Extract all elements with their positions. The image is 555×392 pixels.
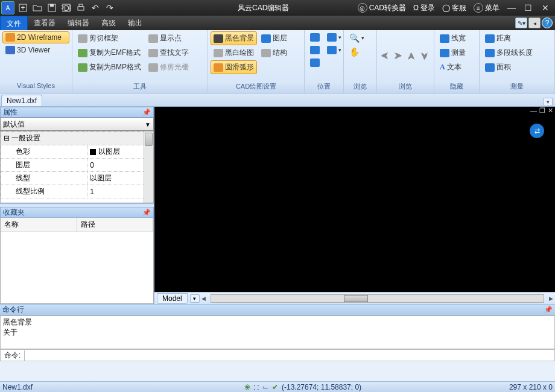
pin-icon[interactable]: 📌 — [142, 109, 151, 116]
new-icon[interactable]: + — [16, 1, 30, 14]
menu-file[interactable]: 文件 — [0, 16, 28, 30]
status-dims: 297 x 210 x 0 — [509, 383, 553, 391]
hscrollbar[interactable] — [211, 294, 544, 303]
vp-restore-icon[interactable]: ❐ — [539, 107, 546, 115]
titlebar-cad-converter[interactable]: ◎CAD转换器 — [355, 3, 408, 13]
status-icon-ortho[interactable]: ⌙ — [262, 383, 268, 391]
props-row[interactable]: 色彩 以图层 — [1, 145, 153, 159]
fav-col-name[interactable]: 名称 — [1, 218, 77, 232]
close-button[interactable]: ✕ — [539, 1, 552, 14]
file-tab[interactable]: New1.dxf — [1, 95, 42, 106]
ribbon-smooth-arc[interactable]: 圆滑弧形 — [211, 60, 257, 74]
menu-output[interactable]: 输出 — [122, 16, 148, 30]
ribbon-text[interactable]: A文本 — [437, 60, 469, 74]
props-selector[interactable]: 默认值▼ — [0, 118, 154, 131]
ribbon-pos-4[interactable]: ▾ — [324, 31, 344, 43]
status-file: New1.dxf — [2, 383, 33, 391]
pin-icon[interactable]: 📌 — [544, 306, 553, 314]
nav-right[interactable]: ⮞ — [393, 49, 404, 63]
vp-min-icon[interactable]: — — [530, 107, 538, 115]
cmd-input[interactable] — [25, 350, 554, 360]
hscroll-left[interactable]: ◀ — [200, 294, 208, 303]
open-icon[interactable] — [31, 1, 44, 14]
ribbon-3d-viewer[interactable]: 3D Viewer — [2, 44, 69, 56]
ribbon-show-points[interactable]: 显示点 — [145, 31, 192, 45]
print-icon[interactable] — [74, 1, 87, 14]
titlebar-menu[interactable]: ≡菜单 — [471, 3, 502, 13]
model-tab-dropdown[interactable]: ▾ — [190, 294, 200, 303]
props-grid: ⊟ 一般设置 色彩 以图层 图层0 线型以图层 线型比例1 — [0, 131, 154, 203]
ribbon-pos-2[interactable] — [307, 44, 323, 56]
ribbon-copy-bmp[interactable]: 复制为BMP格式 — [75, 60, 144, 74]
ribbon-measure2[interactable]: 测量 — [437, 46, 469, 60]
minimize-button[interactable]: — — [505, 1, 518, 14]
titlebar-login[interactable]: Ω登录 — [411, 3, 437, 13]
scrollbar[interactable] — [144, 131, 153, 203]
props-group-row[interactable]: ⊟ 一般设置 — [1, 132, 153, 145]
ribbon-group-cad-settings: CAD绘图设置 — [208, 82, 304, 93]
ribbon-distance[interactable]: 距离 — [482, 31, 536, 45]
hscroll-right[interactable]: ▶ — [547, 294, 555, 303]
save-icon[interactable] — [45, 1, 59, 14]
fav-panel-title: 收藏夹📌 — [0, 207, 154, 218]
hscroll-thumb[interactable] — [344, 295, 368, 302]
menu-advanced[interactable]: 高级 — [95, 16, 122, 30]
ribbon-area[interactable]: 面积 — [482, 60, 536, 74]
ribbon-2d-wireframe[interactable]: 2D Wireframe — [2, 31, 69, 43]
ribbon-group-browse: 浏览 — [344, 82, 376, 93]
toolbar-custom-button[interactable]: ✎▾ — [515, 17, 527, 28]
vp-close-icon[interactable]: ✕ — [547, 107, 554, 115]
status-icon-grid[interactable]: ⸬ — [254, 383, 259, 391]
ribbon-linewidth[interactable]: 线宽 — [437, 31, 469, 45]
ribbon-black-bg[interactable]: 黑色背景 — [211, 31, 257, 45]
ribbon-copy-emf[interactable]: 复制为EMF格式 — [75, 46, 144, 60]
ribbon-pan[interactable]: ✋ — [346, 45, 367, 58]
status-icon-snap[interactable]: ✔ — [272, 383, 278, 391]
ribbon-polyline-length[interactable]: 多段线长度 — [482, 46, 536, 60]
status-icon-bug[interactable]: ❀ — [244, 383, 250, 391]
maximize-button[interactable]: ☐ — [522, 1, 535, 14]
scrollbar-thumb[interactable] — [145, 133, 153, 146]
ribbon-pos-3[interactable] — [307, 57, 323, 69]
menu-viewer[interactable]: 查看器 — [28, 16, 62, 30]
ribbon-clip-frame[interactable]: 剪切框架 — [75, 31, 144, 45]
layers-icon — [261, 34, 271, 43]
cmd-history-line: 关于 — [3, 327, 552, 338]
redo-icon[interactable]: ↷ — [103, 1, 116, 14]
ribbon-group-position: 位置 — [305, 82, 343, 93]
nav-left[interactable]: ⮜ — [379, 49, 390, 63]
model-tab[interactable]: Model — [157, 293, 188, 304]
ribbon-pos-5[interactable]: ▾ — [324, 44, 344, 56]
wireframe-icon — [5, 33, 15, 42]
props-row[interactable]: 图层0 — [1, 159, 153, 172]
color-swatch — [90, 149, 96, 155]
fav-header: 名称 路径 — [1, 218, 153, 232]
menu-editor[interactable]: 编辑器 — [62, 16, 95, 30]
save-pdf-icon[interactable]: PDF — [60, 1, 73, 14]
cmd-history[interactable]: 黑色背景 关于 — [0, 315, 555, 349]
titlebar-support[interactable]: ◯客服 — [440, 3, 469, 13]
pin-icon[interactable]: 📌 — [142, 209, 151, 217]
headset-icon: ◯ — [442, 4, 450, 12]
ribbon-pos-1[interactable] — [307, 31, 323, 43]
undo-icon[interactable]: ↶ — [89, 1, 102, 14]
ribbon-zoom-in[interactable]: 🔍▾ — [346, 31, 367, 45]
help-button[interactable]: ? — [542, 17, 553, 28]
props-row[interactable]: 线型比例1 — [1, 185, 153, 198]
nav-down[interactable]: ⮟ — [419, 49, 430, 63]
distance-icon — [485, 34, 495, 43]
main-area: 属性📌 默认值▼ ⊟ 一般设置 色彩 以图层 图层0 线型以图层 线型比例1 收… — [0, 107, 555, 304]
ribbon-structure[interactable]: 结构 — [258, 46, 290, 60]
canvas[interactable]: — ❐ ✕ ⇄ — [154, 107, 555, 292]
nav-up[interactable]: ⮝ — [406, 49, 417, 63]
ribbon-find-text[interactable]: 查找文字 — [145, 46, 192, 60]
toolbar-expand-button[interactable]: ◂ — [528, 17, 541, 28]
pos2-icon — [310, 46, 320, 54]
viewport-badge[interactable]: ⇄ — [530, 124, 544, 138]
ribbon-layers[interactable]: 图层 — [258, 31, 290, 45]
ribbon-bw-draw[interactable]: 黑白绘图 — [211, 46, 257, 60]
ribbon-trim-raster[interactable]: 修剪光栅 — [145, 60, 192, 74]
fav-col-path[interactable]: 路径 — [77, 218, 154, 232]
props-row[interactable]: 线型以图层 — [1, 172, 153, 185]
tab-dropdown[interactable]: ▾ — [543, 98, 553, 106]
